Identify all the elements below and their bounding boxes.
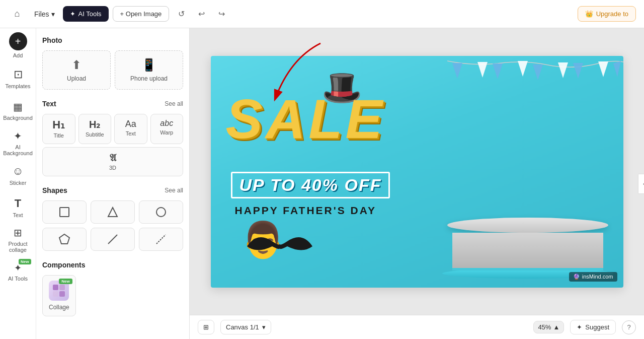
dashed-line-icon xyxy=(155,233,167,245)
upgrade-button[interactable]: 👑 Upgrade to xyxy=(578,6,636,22)
discount-text: UP TO 40% OFF xyxy=(231,172,390,198)
line-icon xyxy=(107,233,119,245)
zoom-control[interactable]: 45% ▲ xyxy=(533,321,564,333)
upload-icon: ⬆ xyxy=(71,58,82,72)
add-button[interactable]: + xyxy=(9,32,27,50)
3d-text-button[interactable]: 𝔄 3D xyxy=(42,147,183,176)
title-text-button[interactable]: H₁ Title xyxy=(42,114,75,144)
svg-marker-11 xyxy=(452,63,462,79)
toolbar: ⌂ Files ▾ ✦ AI Tools + Open Image ↺ ↩ ↪ … xyxy=(0,0,644,28)
sale-text: SALE xyxy=(226,91,385,147)
svg-marker-14 xyxy=(518,61,528,77)
circle-icon xyxy=(155,206,167,218)
warp-text-button[interactable]: abc Warp xyxy=(150,114,184,144)
sidebar-item-product-collage[interactable]: ⊞ Product collage xyxy=(3,225,33,255)
files-chevron-icon: ▾ xyxy=(51,10,55,18)
sidebar-item-templates[interactable]: ⊡ Templates xyxy=(3,63,33,94)
svg-rect-6 xyxy=(53,285,58,290)
watermark-text: insMind.com xyxy=(582,274,613,280)
dashed-line-shape-button[interactable] xyxy=(139,228,183,251)
text-button[interactable]: Aa Text xyxy=(114,114,147,144)
rectangle-shape-button[interactable] xyxy=(42,200,87,224)
svg-rect-0 xyxy=(60,208,69,217)
text-section-title: Text xyxy=(42,100,56,108)
mustache-svg xyxy=(242,226,317,261)
sidebar-item-ai-tools[interactable]: New ✦ AI Tools xyxy=(3,257,33,287)
text-icon: T xyxy=(15,197,21,210)
product-collage-label: Product collage xyxy=(6,241,30,253)
text-section-header: Text See all xyxy=(42,100,183,108)
canvas-container[interactable]: 🎩 SALE UP TO 40% OFF HAPPY FATHER'S DAY … xyxy=(190,28,644,315)
pentagon-shape-button[interactable] xyxy=(42,228,87,251)
files-menu-button[interactable]: Files ▾ xyxy=(30,7,59,21)
shapes-grid xyxy=(42,200,183,251)
sidebar-item-sticker[interactable]: ☺ Sticker xyxy=(3,160,33,190)
undo-button[interactable]: ↩ xyxy=(193,6,209,22)
aa-icon: Aa xyxy=(125,119,136,128)
crown-icon: 👑 xyxy=(585,10,593,18)
svg-marker-17 xyxy=(573,63,583,79)
shapes-see-all-link[interactable]: See all xyxy=(165,187,183,194)
sidebar-item-background[interactable]: ▦ Background xyxy=(3,96,33,126)
upload-button[interactable]: ⬆ Upload xyxy=(42,50,111,90)
open-image-button[interactable]: + Open Image xyxy=(113,6,170,22)
canvas-image[interactable]: 🎩 SALE UP TO 40% OFF HAPPY FATHER'S DAY … xyxy=(211,56,623,288)
subtitle-text-button[interactable]: H₂ Subtitle xyxy=(78,114,112,144)
3d-icon: 𝔄 xyxy=(110,153,116,163)
suggest-label: Suggest xyxy=(585,323,609,331)
sidebar-item-ai-background[interactable]: ✦ AI Background xyxy=(3,128,33,158)
help-label: ? xyxy=(627,323,630,331)
text-see-all-link[interactable]: See all xyxy=(165,100,183,107)
fathers-day-text: HAPPY FATHER'S DAY xyxy=(235,205,377,217)
circle-shape-button[interactable] xyxy=(139,200,183,224)
icon-sidebar: + Add ⊡ Templates ▦ Background ✦ AI Back… xyxy=(0,28,36,339)
shapes-section-header: Shapes See all xyxy=(42,186,183,194)
refresh-button[interactable]: ↺ xyxy=(173,6,189,22)
ai-background-icon: ✦ xyxy=(14,130,22,142)
collage-new-badge: New xyxy=(59,279,72,284)
shapes-section-title: Shapes xyxy=(42,186,67,194)
files-label: Files xyxy=(34,10,49,18)
ai-background-label: AI Background xyxy=(3,144,33,156)
line-shape-button[interactable] xyxy=(91,228,135,251)
help-button[interactable]: ? xyxy=(622,320,636,334)
zoom-label: 45% xyxy=(538,323,551,331)
templates-label: Templates xyxy=(5,83,30,89)
home-button[interactable]: ⌂ xyxy=(8,5,26,23)
layers-button[interactable]: ⊞ xyxy=(198,320,214,334)
main-area: + Add ⊡ Templates ▦ Background ✦ AI Back… xyxy=(0,28,644,339)
h2-icon: H₂ xyxy=(89,119,100,129)
sticker-icon: ☺ xyxy=(12,165,23,178)
upgrade-label: Upgrade to xyxy=(596,10,628,18)
ai-tools-label: AI Tools xyxy=(78,10,102,18)
canvas-selector-button[interactable]: Canvas 1/1 ▾ xyxy=(220,320,271,334)
phone-upload-button[interactable]: 📱 Phone upload xyxy=(115,50,183,90)
triangle-shape-button[interactable] xyxy=(91,200,135,224)
rectangle-icon xyxy=(58,206,70,218)
redo-button[interactable]: ↪ xyxy=(213,6,229,22)
warp-icon: abc xyxy=(160,119,173,127)
panel-collapse-button[interactable]: ‹ xyxy=(638,174,644,194)
collage-component-button[interactable]: New Collage xyxy=(42,275,76,316)
photo-section-title: Photo xyxy=(42,36,183,44)
collage-label: Collage xyxy=(49,304,69,311)
text-label: Text xyxy=(13,212,23,218)
ai-tools-button[interactable]: ✦ AI Tools xyxy=(63,6,109,22)
bottom-bar: ⊞ Canvas 1/1 ▾ 45% ▲ ✦ Suggest ? xyxy=(190,315,644,339)
triangle-icon xyxy=(107,206,119,218)
phone-icon: 📱 xyxy=(141,58,156,72)
svg-line-5 xyxy=(156,235,166,244)
upload-label: Upload xyxy=(67,75,86,82)
sticker-label: Sticker xyxy=(10,180,27,186)
svg-marker-16 xyxy=(558,62,568,78)
warp-label: Warp xyxy=(160,129,173,135)
canvas-area: 🎩 SALE UP TO 40% OFF HAPPY FATHER'S DAY … xyxy=(190,28,644,339)
title-label: Title xyxy=(54,132,64,139)
sidebar-item-text[interactable]: T Text xyxy=(3,192,33,223)
suggest-button[interactable]: ✦ Suggest xyxy=(570,320,616,334)
templates-icon: ⊡ xyxy=(14,68,23,81)
components-grid: New Collage xyxy=(42,275,183,316)
phone-upload-label: Phone upload xyxy=(130,75,168,82)
3d-label: 3D xyxy=(109,165,116,171)
bunting-svg xyxy=(447,56,623,96)
